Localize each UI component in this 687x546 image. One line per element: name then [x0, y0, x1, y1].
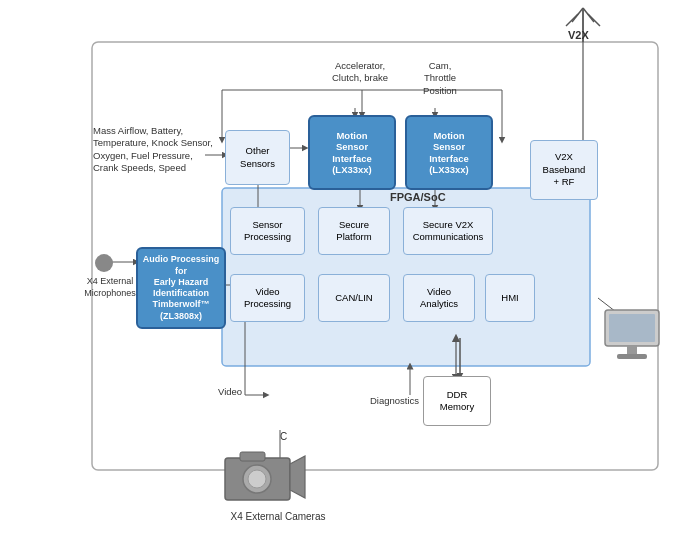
x4-microphones-label: X4 External Microphones [80, 276, 140, 299]
microphone-icon [95, 254, 113, 272]
ddr-memory-box: DDRMemory [423, 376, 491, 426]
audio-processing-box: Audio Processing forEarly HazardIdentifi… [136, 247, 226, 329]
secure-platform-box: SecurePlatform [318, 207, 390, 255]
sensor-processing-box: SensorProcessing [230, 207, 305, 255]
svg-marker-39 [290, 456, 305, 498]
x4-cameras-label: X4 External Cameras [218, 510, 338, 523]
video-label: Video [218, 386, 242, 398]
accel-label: Accelerator,Clutch, brake [320, 60, 400, 85]
v2x-label: V2X [568, 28, 589, 42]
svg-rect-43 [617, 354, 647, 359]
svg-line-4 [583, 8, 594, 22]
v2x-baseband-box: V2XBaseband+ RF [530, 140, 598, 200]
diagnostics-label: Diagnostics [370, 395, 419, 407]
cam-throttle-label: Cam,ThrottlePosition [405, 60, 475, 97]
monitor-icon [603, 308, 661, 363]
can-lin-box: CAN/LIN [318, 274, 390, 322]
svg-line-5 [566, 14, 578, 26]
svg-rect-41 [609, 314, 655, 342]
svg-line-3 [572, 8, 583, 22]
camera-icon [220, 446, 310, 501]
other-sensors-box: OtherSensors [225, 130, 290, 185]
motion-sensor-2-box: MotionSensorInterface(LX33xx) [405, 115, 493, 190]
secure-v2x-box: Secure V2XCommunications [403, 207, 493, 255]
svg-point-37 [248, 470, 266, 488]
svg-rect-38 [240, 452, 265, 461]
motion-sensor-1-box: MotionSensorInterface(LX33xx) [308, 115, 396, 190]
svg-rect-42 [627, 346, 637, 354]
video-analytics-box: VideoAnalytics [403, 274, 475, 322]
video-processing-box: VideoProcessing [230, 274, 305, 322]
diagram-container: V2X FPGA/SoC Mass Airflow, Battery, Temp… [0, 0, 687, 546]
hmi-box: HMI [485, 274, 535, 322]
fpga-label: FPGA/SoC [390, 190, 446, 204]
sensors-list-label: Mass Airflow, Battery, Temperature, Knoc… [93, 125, 213, 174]
svg-line-6 [588, 14, 600, 26]
c-label: C [280, 430, 287, 443]
